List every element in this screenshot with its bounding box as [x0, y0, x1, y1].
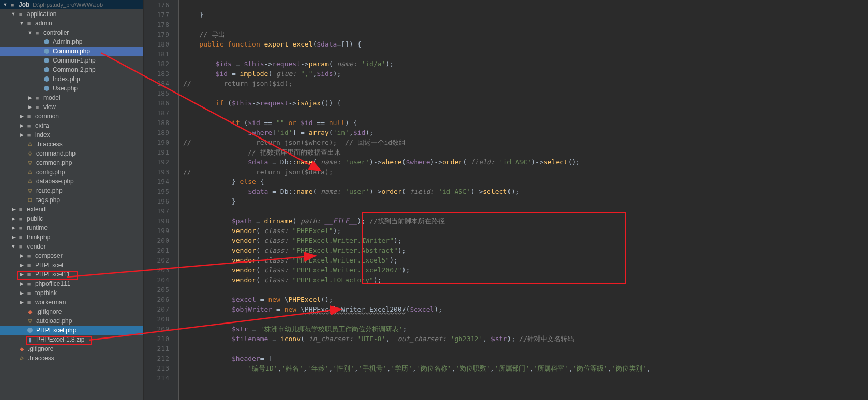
folder-label: application — [27, 10, 56, 18]
tree-folder-application[interactable]: ▼ ■ application — [0, 9, 143, 19]
folder-icon: ■ — [17, 243, 25, 250]
config-icon: ⛭ — [26, 187, 34, 194]
folder-label: extend — [27, 206, 46, 213]
folder-label: PHPExcel11 — [35, 271, 70, 278]
collapse-icon: ▶ — [19, 123, 25, 128]
tree-file-autoload-php[interactable]: ⛭ autoload.php — [0, 316, 143, 326]
folder-label: index — [35, 131, 50, 139]
tree-folder-admin[interactable]: ▼ ■ admin — [0, 19, 143, 28]
expand-icon: ▼ — [27, 30, 33, 35]
tree-folder-phpexcel[interactable]: ▶ ■ PHPExcel — [0, 260, 143, 270]
code-editor[interactable]: 1761771781791801811821831841851861871881… — [144, 0, 868, 400]
config-icon: ⛭ — [26, 168, 34, 176]
folder-icon: ■ — [33, 29, 41, 36]
collapse-icon: ▶ — [19, 281, 25, 286]
tree-file-admin-php[interactable]: Admin.php — [0, 37, 143, 47]
tree-file-vendor-gitignore[interactable]: ◆ .gitignore — [0, 307, 143, 316]
tree-file-route-php[interactable]: ⛭ route.php — [0, 186, 143, 195]
git-icon: ◆ — [18, 345, 26, 352]
tree-folder-vendor[interactable]: ▼ ■ vendor — [0, 242, 143, 251]
code-content[interactable]: } // 导出 public function export_excel($da… — [179, 0, 868, 400]
tree-folder-extend[interactable]: ▶ ■ extend — [0, 205, 143, 214]
tree-file-common-app-php[interactable]: ⛭ common.php — [0, 158, 143, 167]
tree-folder-public[interactable]: ▶ ■ public — [0, 214, 143, 223]
tree-file-user-php[interactable]: User.php — [0, 84, 143, 93]
folder-label: common — [35, 113, 59, 120]
tree-folder-phpoffice111[interactable]: ▶ ■ phpoffice111 — [0, 279, 143, 288]
folder-icon: ■ — [17, 215, 25, 222]
folder-icon: ■ — [25, 299, 33, 306]
file-label: .gitignore — [28, 345, 53, 352]
php-icon — [26, 327, 34, 334]
tree-folder-workerman[interactable]: ▶ ■ workerman — [0, 298, 143, 307]
collapse-icon: ▶ — [10, 235, 17, 240]
folder-label: extra — [35, 122, 49, 129]
file-label: Common-1.php — [53, 57, 96, 64]
config-icon: ⛭ — [26, 159, 34, 166]
tree-file-htaccess[interactable]: ⛭ .htaccess — [0, 140, 143, 149]
file-label: PHPExcel-1.8.zip — [36, 336, 84, 343]
tree-file-command-php[interactable]: ⛭ command.php — [0, 149, 143, 158]
php-icon — [42, 75, 51, 83]
tree-file-index-php[interactable]: Index.php — [0, 74, 143, 84]
tree-file-root-htaccess[interactable]: ⛭ .htaccess — [0, 353, 143, 363]
folder-icon: ■ — [17, 10, 25, 18]
tree-file-tags-php[interactable]: ⛭ tags.php — [0, 195, 143, 205]
folder-label: PHPExcel — [35, 261, 63, 269]
tree-folder-composer[interactable]: ▶ ■ composer — [0, 251, 143, 260]
tree-file-phpexcel-php[interactable]: PHPExcel.php — [0, 326, 143, 335]
php-icon — [42, 85, 51, 92]
folder-label: thinkphp — [27, 234, 50, 241]
git-icon: ◆ — [26, 308, 34, 315]
tree-file-common1-php[interactable]: Common-1.php — [0, 56, 143, 65]
folder-label: vendor — [27, 243, 46, 250]
tree-folder-controller[interactable]: ▼ ■ controller — [0, 28, 143, 37]
folder-label: view — [43, 103, 56, 111]
tree-folder-thinkphp[interactable]: ▶ ■ thinkphp — [0, 233, 143, 242]
tree-folder-common[interactable]: ▶ ■ common — [0, 112, 143, 121]
tree-file-common2-php[interactable]: Common-2.php — [0, 65, 143, 74]
folder-icon: ■ — [25, 131, 33, 139]
tree-folder-index[interactable]: ▶ ■ index — [0, 130, 143, 140]
tree-folder-view[interactable]: ▶ ■ view — [0, 102, 143, 112]
collapse-icon: ▶ — [10, 207, 17, 212]
tree-file-database-php[interactable]: ⛭ database.php — [0, 177, 143, 186]
line-numbers-gutter: 1761771781791801811821831841851861871881… — [144, 0, 179, 400]
tree-file-root-gitignore[interactable]: ◆ .gitignore — [0, 344, 143, 353]
folder-icon: ■ — [33, 103, 41, 111]
folder-icon: ■ — [17, 206, 25, 213]
php-icon — [42, 48, 51, 55]
collapse-icon: ▶ — [10, 216, 17, 221]
config-icon: ⛭ — [26, 317, 34, 325]
folder-icon: ■ — [25, 252, 33, 259]
tree-folder-topthink[interactable]: ▶ ■ topthink — [0, 288, 143, 298]
tree-folder-model[interactable]: ▶ ■ model — [0, 93, 143, 102]
project-tree-sidebar[interactable]: ▼ ■ Job D:\phpstudy_pro\WWW\Job ▼ ■ appl… — [0, 0, 144, 400]
file-label: common.php — [36, 159, 72, 166]
folder-label: phpoffice111 — [35, 280, 71, 287]
folder-icon: ■ — [25, 289, 33, 297]
file-label: User.php — [53, 85, 78, 92]
file-label: .htaccess — [36, 141, 63, 148]
tree-file-config-php[interactable]: ⛭ config.php — [0, 167, 143, 177]
expand-icon: ▼ — [19, 21, 25, 26]
tree-file-common-php[interactable]: Common.php — [0, 47, 143, 56]
config-icon: ⛭ — [26, 141, 34, 148]
file-label: autoload.php — [36, 317, 72, 325]
tree-folder-extra[interactable]: ▶ ■ extra — [0, 121, 143, 130]
file-label: command.php — [36, 150, 76, 157]
tree-file-phpexcel-zip[interactable]: ▮ PHPExcel-1.8.zip — [0, 335, 143, 344]
folder-icon: ■ — [17, 234, 25, 241]
expand-icon: ▼ — [10, 244, 17, 249]
file-label: Index.php — [53, 75, 80, 83]
tree-root[interactable]: ▼ ■ Job D:\phpstudy_pro\WWW\Job — [0, 0, 143, 9]
project-name: Job — [19, 1, 29, 8]
collapse-icon: ▶ — [19, 300, 25, 305]
tree-folder-runtime[interactable]: ▶ ■ runtime — [0, 223, 143, 233]
file-label: Admin.php — [53, 38, 82, 45]
php-icon — [42, 38, 51, 45]
collapse-icon: ▶ — [19, 253, 25, 258]
collapse-icon: ▶ — [10, 225, 17, 230]
config-icon: ⛭ — [18, 355, 26, 362]
tree-folder-phpexcel11[interactable]: ▶ ■ PHPExcel11 — [0, 270, 143, 279]
